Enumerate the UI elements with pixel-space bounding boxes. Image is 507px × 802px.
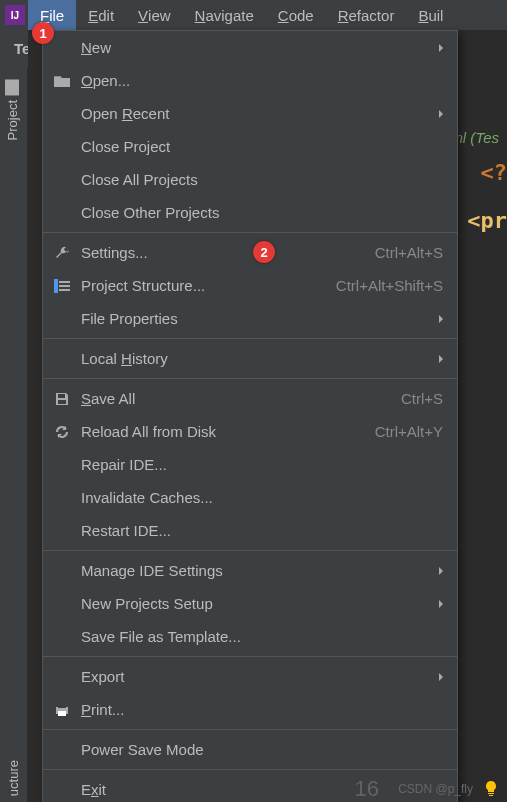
menu-item-label: Close Project bbox=[81, 138, 443, 155]
menu-shortcut: Ctrl+Alt+Shift+S bbox=[336, 277, 443, 294]
project-tool-tab[interactable]: Project bbox=[0, 68, 24, 152]
menu-item-power-save-mode[interactable]: Power Save Mode bbox=[43, 733, 457, 766]
menu-item-project-structure[interactable]: Project Structure...Ctrl+Alt+Shift+S bbox=[43, 269, 457, 302]
submenu-arrow-icon bbox=[437, 108, 445, 120]
menu-item-label: Export bbox=[81, 668, 443, 685]
svg-rect-4 bbox=[58, 394, 65, 398]
menu-separator bbox=[43, 550, 457, 551]
project-label: Project bbox=[5, 100, 20, 140]
menu-item-label: New Projects Setup bbox=[81, 595, 443, 612]
menu-item-new-projects-setup[interactable]: New Projects Setup bbox=[43, 587, 457, 620]
submenu-arrow-icon bbox=[437, 42, 445, 54]
svg-rect-3 bbox=[59, 289, 70, 291]
svg-rect-5 bbox=[58, 400, 66, 404]
menu-item-repair-ide[interactable]: Repair IDE... bbox=[43, 448, 457, 481]
structure-tool-tab[interactable]: ucture bbox=[0, 754, 27, 802]
menu-item-restart-ide[interactable]: Restart IDE... bbox=[43, 514, 457, 547]
bulb-icon[interactable] bbox=[483, 780, 499, 796]
menu-separator bbox=[43, 769, 457, 770]
menu-item-label: Restart IDE... bbox=[81, 522, 443, 539]
save-icon bbox=[53, 390, 71, 408]
svg-rect-0 bbox=[54, 279, 58, 293]
sidebar: Project bbox=[0, 68, 28, 768]
code-line[interactable]: <? bbox=[481, 160, 508, 185]
menu-item-label: Open... bbox=[81, 72, 443, 89]
menu-item-label: Manage IDE Settings bbox=[81, 562, 443, 579]
menu-item-label: Local History bbox=[81, 350, 443, 367]
menu-item-open-recent[interactable]: Open Recent bbox=[43, 97, 457, 130]
menu-item-label: Close All Projects bbox=[81, 171, 443, 188]
menu-item-label: New bbox=[81, 39, 443, 56]
menu-item-label: Power Save Mode bbox=[81, 741, 443, 758]
submenu-arrow-icon bbox=[437, 313, 445, 325]
menu-item-label: Open Recent bbox=[81, 105, 443, 122]
structure-icon bbox=[53, 277, 71, 295]
menu-navigate[interactable]: Navigate bbox=[183, 0, 266, 30]
svg-rect-9 bbox=[488, 793, 494, 794]
menu-item-label: Settings... bbox=[81, 244, 375, 261]
menu-item-label: File Properties bbox=[81, 310, 443, 327]
menu-item-label: Save All bbox=[81, 390, 401, 407]
svg-rect-2 bbox=[59, 285, 70, 287]
svg-rect-1 bbox=[59, 281, 70, 283]
gutter-line-number: 16 bbox=[355, 776, 379, 802]
reload-icon bbox=[53, 423, 71, 441]
menu-item-label: Exit bbox=[81, 781, 443, 798]
menubar: IJ FileEditViewNavigateCodeRefactorBuil bbox=[0, 0, 507, 30]
file-menu-dropdown: NewOpen...Open RecentClose ProjectClose … bbox=[42, 30, 458, 802]
svg-rect-7 bbox=[58, 704, 66, 708]
app-icon[interactable]: IJ bbox=[2, 3, 28, 27]
menu-item-label: Invalidate Caches... bbox=[81, 489, 443, 506]
menu-shortcut: Ctrl+S bbox=[401, 390, 443, 407]
submenu-arrow-icon bbox=[437, 598, 445, 610]
menu-separator bbox=[43, 656, 457, 657]
menu-shortcut: Ctrl+Alt+S bbox=[375, 244, 443, 261]
menu-separator bbox=[43, 378, 457, 379]
submenu-arrow-icon bbox=[437, 671, 445, 683]
folder-icon bbox=[53, 72, 71, 90]
submenu-arrow-icon bbox=[437, 565, 445, 577]
menu-edit[interactable]: Edit bbox=[76, 0, 126, 30]
menu-separator bbox=[43, 338, 457, 339]
menu-item-file-properties[interactable]: File Properties bbox=[43, 302, 457, 335]
wrench-icon bbox=[53, 244, 71, 262]
menu-item-close-all-projects[interactable]: Close All Projects bbox=[43, 163, 457, 196]
menu-refactor[interactable]: Refactor bbox=[326, 0, 407, 30]
menu-item-open[interactable]: Open... bbox=[43, 64, 457, 97]
menu-item-print[interactable]: Print... bbox=[43, 693, 457, 726]
menu-item-label: Save File as Template... bbox=[81, 628, 443, 645]
menu-shortcut: Ctrl+Alt+Y bbox=[375, 423, 443, 440]
menu-item-invalidate-caches[interactable]: Invalidate Caches... bbox=[43, 481, 457, 514]
menu-code[interactable]: Code bbox=[266, 0, 326, 30]
svg-rect-8 bbox=[58, 711, 66, 716]
menu-separator bbox=[43, 729, 457, 730]
menu-item-label: Print... bbox=[81, 701, 443, 718]
submenu-arrow-icon bbox=[437, 353, 445, 365]
print-icon bbox=[53, 701, 71, 719]
menu-item-settings[interactable]: Settings...2Ctrl+Alt+S bbox=[43, 236, 457, 269]
menu-item-save-all[interactable]: Save AllCtrl+S bbox=[43, 382, 457, 415]
menu-item-local-history[interactable]: Local History bbox=[43, 342, 457, 375]
watermark: CSDN @p_fly bbox=[398, 782, 473, 796]
menu-item-reload-all-from-disk[interactable]: Reload All from DiskCtrl+Alt+Y bbox=[43, 415, 457, 448]
folder-icon bbox=[5, 79, 19, 95]
menu-item-label: Reload All from Disk bbox=[81, 423, 375, 440]
menu-item-exit[interactable]: Exit bbox=[43, 773, 457, 802]
menu-item-save-file-as-template[interactable]: Save File as Template... bbox=[43, 620, 457, 653]
code-line[interactable]: <pr bbox=[467, 208, 507, 233]
menu-item-manage-ide-settings[interactable]: Manage IDE Settings bbox=[43, 554, 457, 587]
menu-item-label: Repair IDE... bbox=[81, 456, 443, 473]
annotation-badge-2: 2 bbox=[253, 241, 275, 263]
menu-view[interactable]: View bbox=[126, 0, 183, 30]
svg-rect-10 bbox=[489, 795, 493, 796]
menu-buil[interactable]: Buil bbox=[406, 0, 455, 30]
menu-separator bbox=[43, 232, 457, 233]
menu-item-export[interactable]: Export bbox=[43, 660, 457, 693]
annotation-badge-1: 1 bbox=[32, 22, 54, 44]
menu-item-label: Project Structure... bbox=[81, 277, 336, 294]
menu-item-close-other-projects[interactable]: Close Other Projects bbox=[43, 196, 457, 229]
menu-item-label: Close Other Projects bbox=[81, 204, 443, 221]
menu-item-close-project[interactable]: Close Project bbox=[43, 130, 457, 163]
menu-item-new[interactable]: New bbox=[43, 31, 457, 64]
